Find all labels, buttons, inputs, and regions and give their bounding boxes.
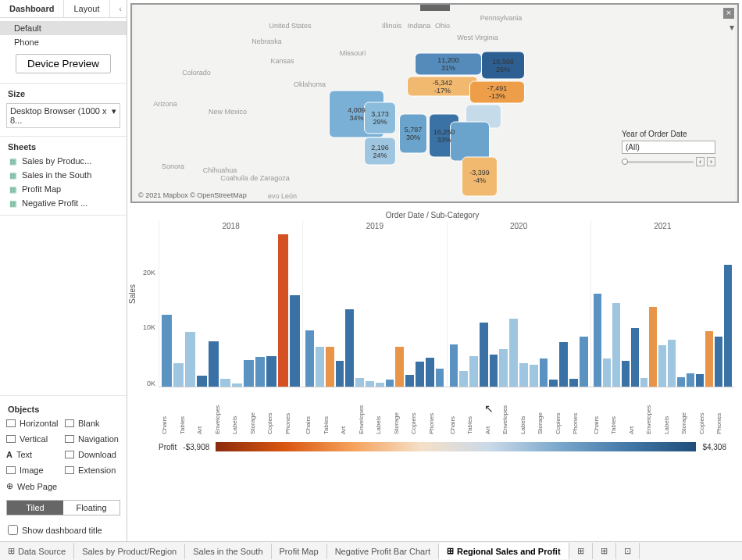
bar[interactable] bbox=[355, 378, 364, 387]
year-slider[interactable] bbox=[622, 161, 694, 163]
bar[interactable] bbox=[450, 344, 458, 387]
bar[interactable] bbox=[631, 328, 639, 387]
bar[interactable] bbox=[345, 309, 354, 387]
bar[interactable] bbox=[603, 358, 611, 387]
year-filter-select[interactable]: (All) bbox=[622, 141, 715, 154]
bar[interactable] bbox=[336, 361, 344, 387]
bar[interactable] bbox=[416, 362, 424, 387]
bar[interactable] bbox=[436, 369, 444, 387]
sheet-item[interactable]: ▦Sales in the South bbox=[0, 168, 127, 182]
state-pct: 24% bbox=[373, 152, 387, 159]
bar[interactable] bbox=[162, 315, 172, 387]
tab-dashboard[interactable]: Dashboard bbox=[0, 0, 64, 17]
device-preview-button[interactable]: Device Preview bbox=[16, 54, 111, 73]
slider-thumb[interactable] bbox=[622, 159, 628, 165]
state-GA[interactable] bbox=[451, 122, 490, 161]
bar[interactable] bbox=[395, 347, 404, 387]
bar[interactable] bbox=[305, 330, 314, 387]
sheet-item[interactable]: ▦Profit Map bbox=[0, 182, 127, 196]
tab-layout[interactable]: Layout bbox=[64, 0, 109, 17]
bar[interactable] bbox=[220, 379, 230, 387]
map-container[interactable]: × ▾ 4,00934%2,19624%3,17329%5,78730%16,2… bbox=[130, 3, 739, 203]
bar[interactable] bbox=[209, 341, 219, 387]
bar[interactable] bbox=[668, 340, 676, 387]
bar[interactable] bbox=[469, 356, 478, 387]
bar[interactable] bbox=[519, 363, 528, 387]
bar[interactable] bbox=[677, 377, 685, 387]
bar[interactable] bbox=[705, 331, 713, 387]
bar[interactable] bbox=[640, 378, 648, 387]
bar[interactable] bbox=[480, 323, 488, 387]
obj-navigation[interactable]: Navigation bbox=[65, 432, 120, 446]
bar[interactable] bbox=[278, 234, 288, 387]
bar[interactable] bbox=[459, 371, 468, 387]
new-dashboard-button[interactable]: ⊞ bbox=[593, 543, 616, 559]
bar[interactable] bbox=[724, 265, 732, 387]
bar[interactable] bbox=[569, 379, 578, 387]
mode-floating[interactable]: Floating bbox=[63, 501, 120, 515]
size-dropdown[interactable]: Desktop Browser (1000 x 8... ▾ bbox=[6, 103, 120, 128]
device-phone[interactable]: Phone bbox=[0, 35, 127, 49]
bar[interactable] bbox=[580, 337, 588, 387]
bar[interactable] bbox=[594, 294, 601, 387]
bar[interactable] bbox=[426, 358, 434, 387]
year-next-button[interactable]: › bbox=[707, 157, 715, 166]
new-story-button[interactable]: ⊡ bbox=[616, 543, 640, 559]
bar[interactable] bbox=[197, 376, 207, 387]
sheet-item[interactable]: ▦Negative Profit ... bbox=[0, 196, 127, 210]
show-title-input[interactable] bbox=[8, 525, 18, 535]
sheet-item[interactable]: ▦Sales by Produc... bbox=[0, 154, 127, 168]
bar[interactable] bbox=[290, 295, 300, 387]
close-icon[interactable]: × bbox=[723, 8, 734, 19]
bar[interactable] bbox=[696, 374, 704, 387]
bar[interactable] bbox=[185, 332, 195, 387]
bar[interactable] bbox=[316, 347, 324, 387]
year-prev-button[interactable]: ‹ bbox=[696, 157, 705, 166]
worksheet-tab[interactable]: ⊞Regional Sales and Profit bbox=[439, 543, 569, 559]
bar[interactable] bbox=[232, 383, 242, 387]
data-source-tab[interactable]: ⊞Data Source bbox=[0, 543, 74, 559]
drag-handle[interactable] bbox=[420, 5, 450, 11]
bar[interactable] bbox=[386, 380, 394, 387]
bar[interactable] bbox=[622, 361, 630, 387]
choropleth-map[interactable]: 4,00934%2,19624%3,17329%5,78730%16,25033… bbox=[132, 5, 737, 202]
obj-download[interactable]: Download bbox=[65, 448, 120, 462]
show-title-checkbox[interactable]: Show dashboard title bbox=[0, 522, 127, 538]
bar[interactable] bbox=[559, 342, 568, 387]
bar[interactable] bbox=[715, 337, 722, 387]
worksheet-tab[interactable]: Negative Profit Bar Chart bbox=[327, 544, 439, 559]
bar[interactable] bbox=[549, 380, 558, 387]
bar[interactable] bbox=[244, 360, 254, 387]
bar[interactable] bbox=[366, 381, 374, 387]
bar[interactable] bbox=[376, 383, 384, 387]
bar[interactable] bbox=[490, 355, 498, 387]
obj-webpage[interactable]: ⊕Web Page bbox=[6, 479, 62, 494]
bar[interactable] bbox=[326, 347, 334, 387]
bar[interactable] bbox=[266, 356, 276, 387]
obj-blank[interactable]: Blank bbox=[65, 416, 120, 430]
worksheet-tab[interactable]: Sales in the South bbox=[185, 544, 271, 559]
worksheet-tab[interactable]: Sales by Product/Region bbox=[74, 544, 185, 559]
bar[interactable] bbox=[687, 373, 694, 387]
bar[interactable] bbox=[499, 349, 508, 387]
obj-text[interactable]: AText bbox=[6, 448, 62, 462]
bar[interactable] bbox=[658, 345, 666, 387]
obj-image[interactable]: Image bbox=[6, 463, 62, 477]
bar[interactable] bbox=[509, 319, 518, 387]
bar[interactable] bbox=[255, 357, 266, 387]
bar[interactable] bbox=[649, 307, 657, 387]
filter-icon[interactable]: ▾ bbox=[730, 22, 734, 33]
device-default[interactable]: Default bbox=[0, 21, 127, 35]
obj-extension[interactable]: Extension bbox=[65, 463, 120, 477]
bar[interactable] bbox=[540, 358, 548, 387]
worksheet-tab[interactable]: Profit Map bbox=[272, 544, 327, 559]
obj-horizontal[interactable]: Horizontal bbox=[6, 416, 62, 430]
bar[interactable] bbox=[530, 365, 538, 387]
mode-tiled[interactable]: Tiled bbox=[7, 501, 63, 515]
new-sheet-button[interactable]: ⊞ bbox=[569, 543, 593, 559]
collapse-sidebar-icon[interactable]: ‹ bbox=[114, 0, 127, 17]
bar[interactable] bbox=[612, 303, 620, 387]
bar[interactable] bbox=[405, 375, 414, 387]
obj-vertical[interactable]: Vertical bbox=[6, 432, 62, 446]
bar[interactable] bbox=[173, 363, 184, 387]
